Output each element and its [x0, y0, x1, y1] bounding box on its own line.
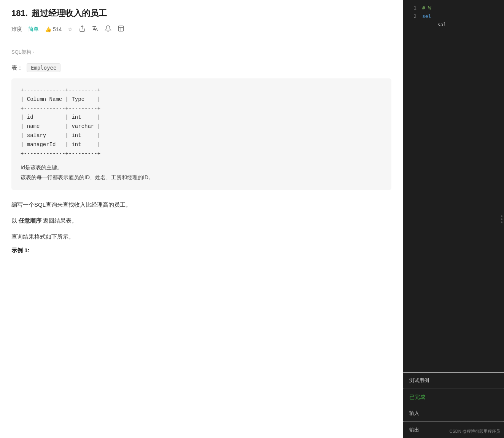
- code-editor[interactable]: 1 # W 2 sel sal: [403, 0, 504, 372]
- like-icon: 👍: [45, 26, 51, 32]
- star-button[interactable]: ☆: [68, 26, 73, 32]
- schema-desc: Id是该表的主键。 该表的每一行都表示雇员的ID、姓名、工资和经理的ID。: [21, 163, 382, 182]
- input-section: 输入: [403, 405, 504, 421]
- schema-box: +-------------+---------+ | Column Name …: [11, 78, 391, 190]
- code-comment-1: # W: [422, 4, 431, 12]
- problem-desc-2: 以 任意顺序 返回结果表。: [11, 215, 391, 226]
- section-divider: [11, 41, 391, 41]
- schema-desc-1: Id是该表的主键。: [21, 163, 382, 172]
- input-label: 输入: [409, 410, 419, 416]
- dot-3: [501, 221, 502, 223]
- translate-button[interactable]: [92, 25, 99, 33]
- share-button[interactable]: [79, 25, 86, 33]
- table-label-text: 表：: [11, 64, 23, 72]
- problem-title-text: 超过经理收入的员工: [32, 8, 107, 18]
- right-panel: 1 # W 2 sel sal 测试用例 已完成 输入 输出 CSD: [403, 0, 504, 438]
- table-name-badge: Employee: [27, 63, 60, 72]
- difficulty-row: 难度 简单 👍 514 ☆: [11, 25, 391, 33]
- code-line-2: 2 sel: [403, 12, 504, 21]
- problem-desc-3: 查询结果格式如下所示。: [11, 231, 391, 242]
- svg-rect-0: [119, 26, 124, 31]
- translate-icon: [92, 25, 99, 33]
- footer: CSDN @程博衍顾用程序员: [450, 428, 500, 434]
- breadcrumb-chevron-icon: ›: [33, 50, 34, 54]
- desc2-bold: 任意顺序: [19, 217, 41, 224]
- resize-handle[interactable]: [499, 212, 504, 226]
- footer-text: CSDN @程博衍顾用程序员: [450, 429, 500, 433]
- line-number-1: 1: [407, 4, 417, 12]
- problem-number: 181.: [11, 8, 28, 18]
- like-count: 514: [53, 26, 62, 32]
- desc2-suffix: 返回结果表。: [43, 217, 77, 224]
- bell-button[interactable]: [105, 25, 111, 33]
- schema-desc-2: 该表的每一行都表示雇员的ID、姓名、工资和经理的ID。: [21, 173, 382, 182]
- desc2-prefix: 以: [11, 217, 19, 224]
- difficulty-label: 难度: [11, 26, 22, 33]
- dot-2: [501, 218, 502, 220]
- test-case-label: 测试用例: [409, 377, 429, 383]
- note-button[interactable]: [118, 25, 124, 33]
- breadcrumb[interactable]: SQL架构 ›: [11, 49, 391, 56]
- like-button[interactable]: 👍 514: [45, 26, 62, 32]
- difficulty-badge: 简单: [28, 26, 39, 33]
- star-icon: ☆: [68, 26, 73, 32]
- completed-section: 已完成: [403, 389, 504, 405]
- output-label: 输出: [409, 427, 419, 433]
- code-text-3: sal: [437, 21, 446, 29]
- problem-title: 181. 超过经理收入的员工: [11, 8, 391, 19]
- left-panel: 181. 超过经理收入的员工 难度 简单 👍 514 ☆: [0, 0, 403, 438]
- code-keyword-2: sel: [422, 12, 431, 21]
- code-line-1: 1 # W: [403, 4, 504, 12]
- dot-1: [501, 215, 502, 217]
- problem-desc-1: 编写一个SQL查询来查找收入比经理高的员工。: [11, 199, 391, 210]
- note-icon: [118, 25, 124, 33]
- example-title: 示例 1:: [11, 247, 391, 254]
- bell-icon: [105, 25, 111, 33]
- completed-label: 已完成: [409, 394, 425, 400]
- breadcrumb-label: SQL架构: [11, 49, 31, 56]
- share-icon: [79, 25, 86, 33]
- line-number-2: 2: [407, 12, 417, 21]
- table-label-row: 表： Employee: [11, 63, 391, 72]
- schema-pre: +-------------+---------+ | Column Name …: [21, 86, 382, 158]
- code-line-3: sal: [403, 21, 504, 29]
- test-case-section[interactable]: 测试用例: [403, 373, 504, 389]
